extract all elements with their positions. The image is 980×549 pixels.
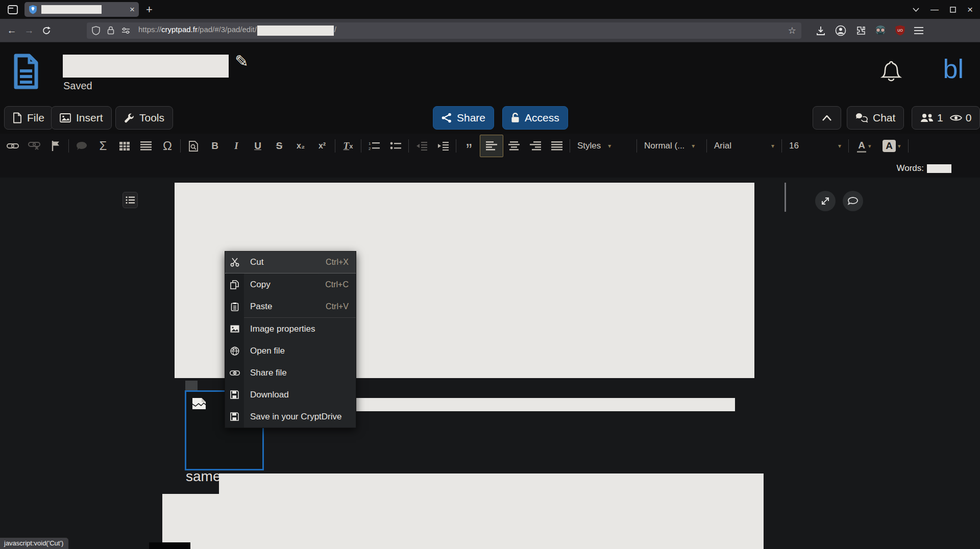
- editor-canvas[interactable]: same: [0, 178, 980, 549]
- file-menu-button[interactable]: File: [4, 106, 53, 130]
- insert-menu-button[interactable]: Insert: [51, 106, 112, 130]
- cryptpad-menu-row: File Insert Tools Share Access Chat 1: [0, 104, 980, 134]
- chevron-down-icon: ▾: [608, 142, 611, 149]
- context-menu-item-save-cryptdrive[interactable]: Save in your CryptDrive: [225, 406, 356, 428]
- tab-close-icon[interactable]: ×: [130, 5, 135, 14]
- subscript-button[interactable]: x₂: [290, 135, 311, 157]
- align-center-button[interactable]: [503, 135, 525, 157]
- numbered-list-button[interactable]: 12: [363, 135, 385, 157]
- outline-toggle-button[interactable]: [122, 192, 138, 208]
- extensions-puzzle-icon[interactable]: [855, 26, 866, 36]
- context-menu-item-open-file[interactable]: Open file: [225, 340, 356, 362]
- outdent-button[interactable]: [411, 135, 432, 157]
- justify-button[interactable]: [546, 135, 568, 157]
- url-bar[interactable]: https://cryptpad.fr/pad/#/3/pad/edit// ☆: [87, 22, 801, 39]
- underline-button[interactable]: U: [247, 135, 268, 157]
- math-sigma-button[interactable]: Σ: [92, 135, 114, 157]
- blockquote-button[interactable]: ”: [458, 135, 480, 157]
- copy-icon: [225, 280, 244, 289]
- lock-icon: [511, 113, 520, 123]
- text-color-button[interactable]: A▾: [851, 135, 877, 157]
- forward-button[interactable]: →: [20, 25, 38, 36]
- cryptpad-header: ✎ Saved bl: [0, 42, 980, 104]
- superscript-button[interactable]: x²: [311, 135, 333, 157]
- notifications-bell-icon[interactable]: [880, 60, 902, 84]
- context-menu-item-share-file[interactable]: Share file: [225, 362, 356, 384]
- back-button[interactable]: ←: [3, 25, 20, 36]
- collapse-toolbar-button[interactable]: [813, 106, 841, 130]
- italic-button[interactable]: I: [226, 135, 247, 157]
- context-menu: Cut Ctrl+X Copy Ctrl+C Paste Ctrl+V Imag…: [225, 251, 356, 428]
- chevron-up-icon: [822, 115, 831, 121]
- context-menu-item-cut[interactable]: Cut Ctrl+X: [225, 252, 356, 273]
- word-count-redacted: [927, 164, 951, 173]
- strikethrough-button[interactable]: S: [268, 135, 290, 157]
- pad-title-redacted[interactable]: [63, 55, 229, 78]
- text-line-redacted: [306, 398, 735, 411]
- font-family-dropdown[interactable]: Arial▾: [709, 135, 779, 157]
- font-size-dropdown[interactable]: 16▾: [784, 135, 846, 157]
- document-text[interactable]: same: [186, 468, 220, 485]
- styles-dropdown[interactable]: Styles▾: [572, 135, 634, 157]
- hamburger-menu-icon[interactable]: [914, 27, 923, 34]
- account-icon[interactable]: [835, 25, 846, 36]
- bold-button[interactable]: B: [204, 135, 226, 157]
- list-tabs-chevron-icon[interactable]: [913, 8, 919, 12]
- lock-icon[interactable]: [107, 26, 114, 35]
- permissions-sliders-icon[interactable]: [121, 28, 130, 34]
- chat-button[interactable]: Chat: [847, 106, 904, 130]
- background-color-button[interactable]: A▾: [877, 135, 906, 157]
- insert-table-button[interactable]: [114, 135, 135, 157]
- downloads-icon[interactable]: [816, 26, 826, 36]
- new-tab-button[interactable]: +: [146, 3, 153, 16]
- goggles-extension-icon[interactable]: [875, 26, 886, 36]
- print-preview-button[interactable]: [183, 135, 204, 157]
- save-status: Saved: [63, 80, 92, 92]
- content-block-redacted: [162, 494, 764, 549]
- maximize-button[interactable]: [950, 7, 956, 13]
- text-line-redacted: [219, 473, 764, 496]
- viewers-count: 0: [966, 112, 972, 124]
- comments-panel-button[interactable]: [843, 191, 863, 211]
- ublock-origin-icon[interactable]: UO: [895, 25, 905, 36]
- close-window-button[interactable]: ×: [967, 4, 973, 15]
- horizontal-line-button[interactable]: [135, 135, 157, 157]
- clipboard-icon: [225, 302, 244, 311]
- user-avatar-initials[interactable]: bl: [943, 54, 964, 84]
- globe-icon: [225, 346, 244, 356]
- browser-tab[interactable]: ×: [24, 2, 139, 17]
- browser-window: × + — × ← → https://cryptpad.fr/pad/#/3/…: [0, 0, 980, 549]
- remove-format-button[interactable]: Tx: [337, 135, 359, 157]
- bookmark-star-icon[interactable]: ☆: [788, 25, 796, 36]
- editors-count: 1: [937, 112, 943, 124]
- rename-pencil-icon[interactable]: ✎: [235, 52, 249, 71]
- align-left-button[interactable]: [480, 135, 503, 157]
- anchor-flag-button[interactable]: [45, 135, 66, 157]
- align-right-button[interactable]: [525, 135, 546, 157]
- context-menu-item-image-properties[interactable]: Image properties: [225, 318, 356, 340]
- format-toolbar: Σ Ω B I U S x₂ x² Tx 12 ” Styles▾ Normal…: [0, 134, 980, 158]
- editor-scrollbar[interactable]: [785, 183, 786, 212]
- minimize-button[interactable]: —: [930, 5, 939, 14]
- special-char-omega-button[interactable]: Ω: [157, 135, 178, 157]
- info-row: Words:: [0, 158, 980, 178]
- access-button[interactable]: Access: [502, 106, 568, 130]
- chevron-down-icon: ▾: [771, 142, 774, 149]
- context-menu-item-paste[interactable]: Paste Ctrl+V: [225, 295, 356, 317]
- reload-button[interactable]: [38, 26, 55, 35]
- firefox-view-icon[interactable]: [5, 3, 20, 16]
- tracking-shield-icon[interactable]: [92, 26, 100, 35]
- context-menu-item-copy[interactable]: Copy Ctrl+C: [225, 273, 356, 295]
- presence-button[interactable]: 1 0: [912, 106, 980, 130]
- link-button[interactable]: [2, 135, 23, 157]
- indent-button[interactable]: [432, 135, 454, 157]
- unlink-button[interactable]: [23, 135, 45, 157]
- fullscreen-button[interactable]: [815, 191, 836, 211]
- tools-menu-button[interactable]: Tools: [115, 106, 173, 130]
- share-button[interactable]: Share: [433, 106, 494, 130]
- bullet-list-button[interactable]: [385, 135, 406, 157]
- comment-button[interactable]: [71, 135, 92, 157]
- floppy-disk-icon: [225, 412, 244, 421]
- context-menu-item-download[interactable]: Download: [225, 384, 356, 406]
- paragraph-format-dropdown[interactable]: Normal (...▾: [639, 135, 704, 157]
